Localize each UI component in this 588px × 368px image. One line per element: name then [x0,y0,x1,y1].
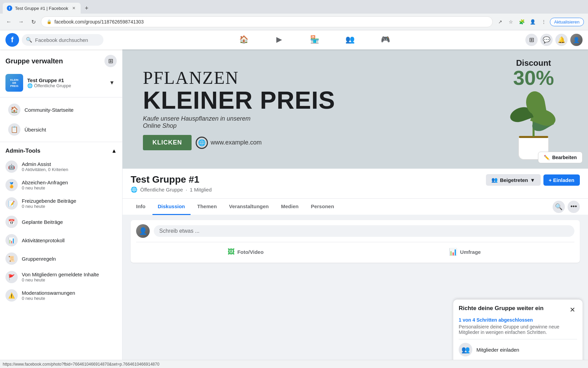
sidebar-item-activity-log[interactable]: 📊 Aktivitätenprotokoll [0,231,122,249]
photo-video-label: Foto/Video [237,249,263,255]
group-main-title: Test Gruppe #1 [131,174,212,185]
tab-close-button[interactable]: ✕ [71,5,77,11]
nav-video[interactable]: ▶ [262,32,296,48]
star-button[interactable]: ☆ [506,17,516,27]
pending-icon: 📝 [5,197,18,210]
new-tab-button[interactable]: + [82,3,92,13]
group-info-section: Test Gruppe #1 🌐 Öffentliche Gruppe · 1 … [122,169,588,198]
joined-label: Beigetreten [500,177,528,183]
poll-button[interactable]: 📊 Umfrage [355,245,574,259]
content-area: 👤 Schreib etwas ... 🖼 Foto/Video 📊 [122,215,588,268]
moderation-warnings-name: Moderationswarnungen [22,290,117,296]
messenger-button[interactable]: 💬 [540,34,553,46]
back-button[interactable]: ← [4,17,14,27]
composer-actions: 🖼 Foto/Video 📊 Umfrage [136,242,574,259]
photo-video-button[interactable]: 🖼 Foto/Video [136,245,355,259]
tab-diskussion[interactable]: Diskussion [152,199,191,215]
browser-tab[interactable]: f Test Gruppe #1 | Facebook ✕ [3,3,81,14]
cover-pflanzen-text: PFLANZEN [143,68,459,88]
klicken-button[interactable]: KLICKEN [143,135,192,150]
group-thumb-image: KLEINERPREIS [5,74,23,92]
nav-groups[interactable]: 👥 [333,32,367,48]
invite-button[interactable]: + Einladen [543,174,580,186]
composer-input[interactable]: Schreib etwas ... [154,225,574,237]
sidebar-item-overview[interactable]: 📋 Übersicht [3,120,119,139]
address-bar: ← → ↻ 🔒 facebook.com/groups/118762659874… [0,14,588,30]
facebook-search[interactable]: 🔍 Facebook durchsuchen [22,34,103,46]
plant-illustration [503,92,564,160]
avatar-image: 👤 [570,34,583,46]
tab-personen[interactable]: Personen [305,199,339,215]
tab-veranstaltungen-label: Veranstaltungen [229,203,269,209]
reported-content-name: Von Mitgliedern gemeldete Inhalte [22,272,117,277]
main-feed: 👤 Schreib etwas ... 🖼 Foto/Video 📊 [131,220,580,263]
tab-themen[interactable]: Themen [192,199,223,215]
setup-invite-item[interactable]: 👥 Mitglieder einladen [459,339,577,360]
cover-edit-label: Bearbeiten [552,155,577,160]
apps-button[interactable]: ⊞ [525,34,538,46]
report-icon: 🚩 [5,271,18,283]
setup-header: Richte deine Gruppe weiter ein ✕ [459,305,577,315]
sidebar-header: Gruppe verwalten ⊞ [0,53,122,71]
tabs-row: Info Diskussion Themen Veranstaltungen M… [122,198,588,215]
nav-home[interactable]: 🏠 [227,32,261,48]
reported-content-count: 0 neu heute [22,277,117,282]
scheduled-posts-name: Geplante Beiträge [22,219,117,225]
tab-info-label: Info [136,203,146,209]
setup-close-button[interactable]: ✕ [568,305,577,315]
notifications-button[interactable]: 🔔 [555,34,568,46]
nav-marketplace[interactable]: 🏪 [297,32,331,48]
group-status-row: 🌐 Öffentliche Gruppe · 1 Mitglied [131,186,212,193]
more-button[interactable]: ⋮ [539,17,549,27]
sidebar-item-scheduled-posts[interactable]: 📅 Geplante Beiträge [0,213,122,231]
tab-medien-label: Medien [281,203,299,209]
invite-label: + Einladen [549,177,574,183]
sidebar-item-reported-content[interactable]: 🚩 Von Mitgliedern gemeldete Inhalte 0 ne… [0,268,122,286]
group-dropdown-button[interactable]: ▼ [107,78,117,88]
tab-diskussion-label: Diskussion [158,203,185,209]
tab-personen-label: Personen [311,203,334,209]
joined-icon: 👥 [491,177,498,183]
tab-themen-label: Themen [197,203,217,209]
tab-veranstaltungen[interactable]: Veranstaltungen [224,199,274,215]
extension-button[interactable]: 🧩 [517,17,527,27]
cover-edit-button[interactable]: ✏️ Bearbeiten [538,152,583,163]
url-bar[interactable]: 🔒 facebook.com/groups/1187626598741303 [41,16,493,27]
status-url: https://www.facebook.com/photo?fbid=7664… [3,362,159,367]
composer-avatar: 👤 [136,224,150,238]
profile-button[interactable]: 👤 [528,17,538,27]
tab-info[interactable]: Info [131,199,151,215]
sidebar-group-selector[interactable]: KLEINERPREIS Test Gruppe #1 🌐 Öffentlich… [0,71,122,94]
forward-button[interactable]: → [16,17,26,27]
tabs-actions: 🔍 ••• [553,201,580,213]
nav-gaming[interactable]: 🎮 [368,32,402,48]
sidebar-item-group-rules[interactable]: 📜 Gruppenregeln [0,250,122,267]
photo-icon: 🖼 [228,248,234,256]
sidebar-item-admin-assist[interactable]: 🤖 Admin Assist 0 Aktivitäten, 0 Kriterie… [0,158,122,175]
user-avatar[interactable]: 👤 [570,34,583,46]
share-button[interactable]: ↗ [495,17,505,27]
sidebar-toggle-button[interactable]: ⊞ [104,55,117,67]
group-type-label: Öffentliche Gruppe [34,83,71,88]
search-tab-button[interactable]: 🔍 [553,201,565,213]
cover-subtitle2: Online Shop [143,122,459,129]
more-tab-button[interactable]: ••• [568,201,580,213]
sidebar-item-moderation-warnings[interactable]: ⚠️ Moderationswarnungen 0 neu heute [0,287,122,304]
update-button[interactable]: Aktualisieren [550,18,584,26]
url-text: www.example.com [211,139,262,146]
tab-medien[interactable]: Medien [276,199,304,215]
joined-button[interactable]: 👥 Beigetreten ▼ [486,174,540,186]
sidebar-item-community[interactable]: 🏠 Community-Startseite [3,100,119,119]
sidebar-item-badge-requests[interactable]: 🏅 Abzeichen-Anfragen 0 neu heute [0,176,122,194]
activity-log-name: Aktivitätenprotokoll [22,237,117,243]
setup-title: Richte deine Gruppe weiter ein [459,305,543,312]
rules-icon: 📜 [5,252,18,265]
search-icon: 🔍 [26,37,32,43]
sidebar-item-pending-posts[interactable]: 📝 Freizugebende Beiträge 0 neu heute [0,195,122,212]
admin-tools-header[interactable]: Admin-Tools ▲ [0,145,122,157]
sidebar-title: Gruppe verwalten [5,57,63,65]
composer-placeholder: Schreib etwas ... [159,228,199,234]
cover-content: PFLANZEN KLEINER PREIS Kaufe unsere Haus… [122,49,588,169]
badge-requests-count: 0 neu heute [22,185,117,190]
reload-button[interactable]: ↻ [29,17,38,27]
